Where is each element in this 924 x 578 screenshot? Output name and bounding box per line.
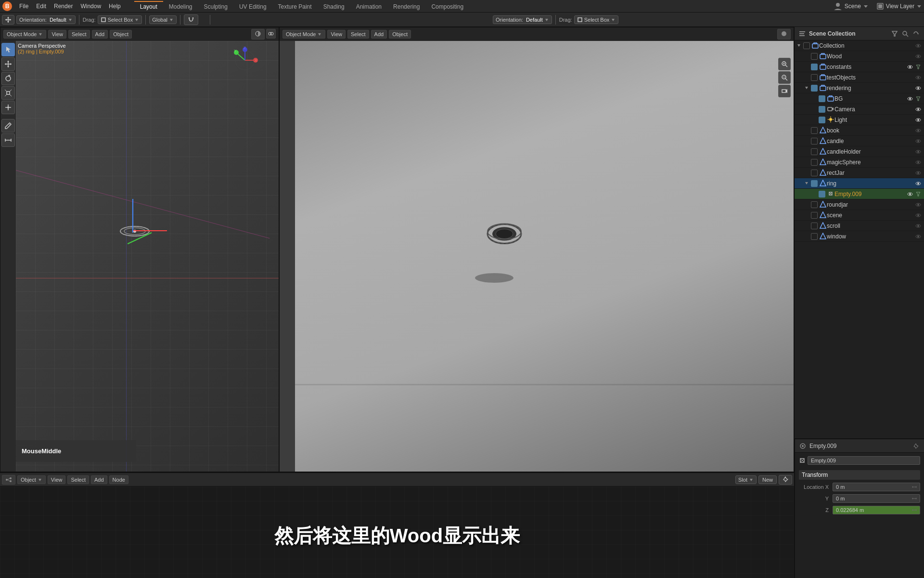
vis-eye-roundjar[interactable] — [914, 201, 922, 209]
tree-item-testObjects[interactable]: testObjects — [795, 72, 924, 83]
tree-item-magicSphere[interactable]: magicSphere — [795, 157, 924, 168]
tree-check-Camera[interactable] — [819, 106, 825, 113]
viewlayer-dropdown-icon[interactable] — [916, 3, 922, 9]
prop-pin-btn[interactable] — [911, 442, 920, 450]
tab-modeling[interactable]: Modeling — [163, 1, 198, 12]
viewport-camera[interactable]: Object Mode View Select Add Object — [279, 27, 794, 472]
vis-eye-collection[interactable] — [914, 42, 922, 50]
viewport-right-canvas[interactable] — [295, 41, 794, 472]
vis-eye-scene[interactable] — [914, 211, 922, 219]
menu-help[interactable]: Help — [105, 2, 125, 11]
camera-view-btn[interactable] — [778, 85, 791, 97]
viewport-shading-btn[interactable] — [251, 29, 265, 39]
viewport-3d-perspective[interactable]: Object Mode View Select Add Object — [0, 27, 279, 472]
tree-item-scroll[interactable]: scroll — [795, 221, 924, 231]
object-mode-right[interactable]: Object Mode — [282, 30, 325, 39]
snap-btn[interactable] — [184, 14, 198, 25]
overlay-btn[interactable] — [266, 29, 276, 39]
scale-tool-btn[interactable] — [1, 86, 15, 100]
vis-eye-rectJar[interactable] — [914, 169, 922, 177]
tab-uv-editing[interactable]: UV Editing — [233, 1, 272, 12]
transform-tool-btn[interactable] — [1, 101, 15, 114]
vis-eye-magicSphere[interactable] — [914, 158, 922, 166]
object-name-input[interactable]: Empty.009 — [808, 456, 920, 465]
scene-dropdown-icon[interactable] — [863, 3, 869, 9]
transform-icon-btn[interactable] — [2, 15, 14, 25]
object-mode-left[interactable]: Object Mode — [3, 30, 46, 39]
tree-arrow-collection[interactable] — [796, 43, 803, 49]
tree-item-collection[interactable]: Collection — [795, 40, 924, 51]
viewport-gizmo[interactable]: X Y Z — [231, 46, 259, 76]
tree-item-constants[interactable]: constants — [795, 62, 924, 72]
tree-item-book[interactable]: book — [795, 125, 924, 136]
slot-dropdown[interactable]: Slot — [735, 475, 757, 484]
add-btn-bottom[interactable]: Add — [91, 475, 107, 484]
tree-check-candleHolder[interactable] — [811, 148, 818, 155]
vis-eye-Empty009[interactable] — [906, 190, 914, 198]
tree-item-BG[interactable]: BG — [795, 93, 924, 104]
tree-check-roundjar[interactable] — [811, 201, 818, 208]
select-btn-right[interactable]: Select — [347, 30, 369, 39]
tab-shading[interactable]: Shading — [318, 1, 350, 12]
orientation-dropdown-right[interactable]: Orientation: Default — [493, 15, 552, 24]
tab-texture-paint[interactable]: Texture Paint — [272, 1, 318, 12]
vis-eye-candleHolder[interactable] — [914, 148, 922, 156]
pin-btn[interactable] — [779, 475, 792, 485]
location-z-field[interactable]: 0.022684 m — [833, 506, 920, 514]
tree-check-Empty009[interactable] — [819, 191, 825, 197]
tree-check-rectJar[interactable] — [811, 170, 818, 176]
select-tool-btn[interactable] — [1, 43, 15, 56]
vis-eye-Camera[interactable] — [914, 105, 922, 113]
vis-eye-wood[interactable] — [914, 53, 922, 60]
tree-item-candle[interactable]: candle — [795, 136, 924, 146]
tree-item-Empty009[interactable]: Empty.009 — [795, 189, 924, 199]
menu-edit[interactable]: Edit — [32, 2, 50, 11]
tree-item-Camera[interactable]: Camera — [795, 104, 924, 115]
add-btn-right[interactable]: Add — [371, 30, 387, 39]
tree-check-wood[interactable] — [811, 53, 818, 60]
sync-icon-btn[interactable] — [911, 29, 920, 38]
tree-check-scroll[interactable] — [811, 223, 818, 229]
vis-filter-Empty009[interactable] — [914, 190, 922, 198]
tree-item-ring[interactable]: ring — [795, 178, 924, 189]
transform-section-title[interactable]: Transform — [799, 470, 920, 480]
tree-check-collection[interactable] — [803, 42, 810, 49]
orientation-dropdown[interactable]: Orientation: Default — [16, 15, 76, 24]
tab-rendering[interactable]: Rendering — [387, 1, 425, 12]
vis-eye-book[interactable] — [914, 127, 922, 134]
tree-check-candle[interactable] — [811, 138, 818, 144]
tree-check-window[interactable] — [811, 233, 818, 240]
add-btn-left[interactable]: Add — [92, 30, 108, 39]
new-btn[interactable]: New — [758, 475, 777, 484]
tree-check-ring[interactable] — [811, 180, 818, 187]
render-shading-btn[interactable] — [777, 29, 791, 39]
outliner-tree[interactable]: Collection Wood constants testObjects re… — [795, 40, 924, 438]
tab-animation[interactable]: Animation — [350, 1, 387, 12]
tree-item-Light[interactable]: Light — [795, 115, 924, 125]
tree-item-window[interactable]: window — [795, 231, 924, 242]
zoom-in-btn[interactable] — [778, 58, 791, 70]
tree-arrow-rendering[interactable] — [804, 85, 811, 91]
tree-check-magicSphere[interactable] — [811, 159, 818, 166]
rotate-tool-btn[interactable] — [1, 72, 15, 85]
vis-eye-window[interactable] — [914, 233, 922, 240]
measure-tool-btn[interactable] — [1, 133, 15, 147]
object-mode-bottom[interactable]: Object — [17, 475, 46, 484]
tree-item-scene[interactable]: scene — [795, 210, 924, 221]
viewport-left-canvas[interactable]: X Y Z MouseMiddle — [16, 41, 279, 472]
annotate-tool-btn[interactable] — [1, 119, 15, 132]
menu-file[interactable]: File — [15, 2, 32, 11]
select-btn-bottom[interactable]: Select — [67, 475, 89, 484]
select-btn-left[interactable]: Select — [68, 30, 90, 39]
select-box-dropdown-left[interactable]: Select Box — [98, 15, 142, 24]
tree-check-book[interactable] — [811, 127, 818, 134]
view-btn-left[interactable]: View — [48, 30, 66, 39]
tree-check-BG[interactable] — [819, 95, 825, 102]
move-tool-btn[interactable] — [1, 57, 15, 71]
zoom-out-btn[interactable] — [778, 71, 791, 84]
vis-eye-candle[interactable] — [914, 137, 922, 145]
global-dropdown[interactable]: Global — [149, 15, 177, 24]
node-btn-bottom[interactable]: Node — [109, 475, 128, 484]
vis-eye-scroll[interactable] — [914, 222, 922, 230]
vis-eye-constants[interactable] — [906, 63, 914, 71]
